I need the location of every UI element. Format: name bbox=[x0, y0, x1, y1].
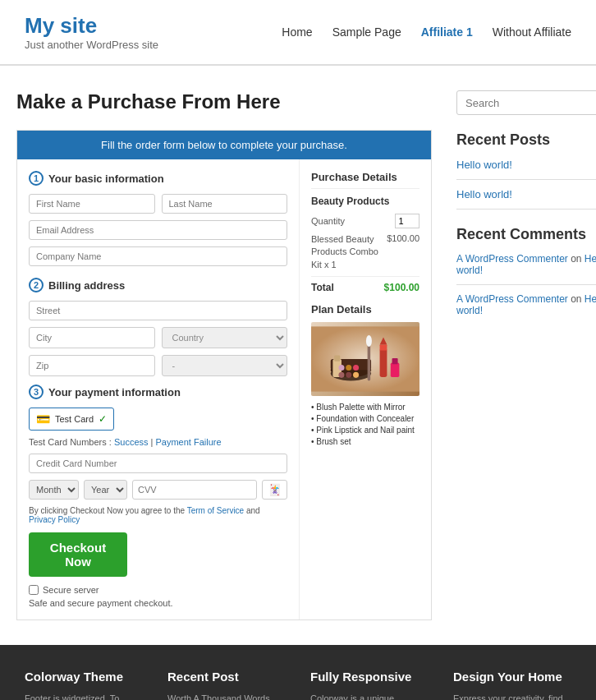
state-select[interactable]: - bbox=[162, 355, 288, 376]
section3-num: 3 bbox=[29, 385, 44, 399]
product-row: Blessed Beauty Products Combo Kit x 1 $1… bbox=[311, 233, 419, 271]
form-body: 1 Your basic information 2 Billing addre… bbox=[17, 159, 431, 619]
svg-point-17 bbox=[346, 372, 351, 378]
nav-sample[interactable]: Sample Page bbox=[332, 25, 401, 39]
payment-section: 3 Your payment information 💳 Test Card ✓… bbox=[29, 385, 287, 608]
failure-link[interactable]: Payment Failure bbox=[156, 437, 222, 447]
qty-label: Quantity bbox=[311, 216, 345, 226]
svg-point-14 bbox=[346, 365, 351, 371]
total-price: $100.00 bbox=[384, 282, 419, 293]
svg-point-18 bbox=[353, 372, 359, 378]
section2-num: 2 bbox=[29, 278, 44, 292]
sidebar: 🔍 Recent Posts Hello world! Hello world!… bbox=[456, 90, 596, 620]
nav-without-affiliate[interactable]: Without Affiliate bbox=[493, 25, 571, 39]
section3-title: 3 Your payment information bbox=[29, 385, 287, 399]
expiry-row: Month Year 🃏 bbox=[29, 480, 287, 500]
test-card-label: Test Card bbox=[55, 414, 94, 424]
footer-widget-2: Fully Responsive Colorway is a unique re… bbox=[310, 670, 429, 700]
recent-posts-title: Recent Posts bbox=[456, 131, 596, 149]
content-area: Make a Purchase From Here Fill the order… bbox=[16, 90, 432, 620]
commenter-0-link[interactable]: A WordPress Commenter bbox=[456, 253, 568, 265]
comment-on-1: on bbox=[571, 293, 585, 305]
svg-rect-7 bbox=[391, 363, 400, 378]
privacy-policy-link[interactable]: Privacy Policy bbox=[29, 515, 80, 524]
total-row: Total $100.00 bbox=[311, 276, 419, 293]
footer-widget-0-title: Colorway Theme bbox=[25, 670, 143, 684]
terms-and: and bbox=[246, 506, 260, 515]
recent-post-0[interactable]: Hello world! bbox=[456, 159, 596, 171]
svg-rect-4 bbox=[380, 348, 387, 377]
last-name-input[interactable] bbox=[162, 194, 288, 214]
secure-label: Secure server bbox=[43, 585, 99, 595]
footer-widget-3-text: Express your creativity, find inspiratio… bbox=[453, 692, 571, 700]
svg-rect-9 bbox=[368, 341, 371, 380]
test-card-numbers: Test Card Numbers : Success | Payment Fa… bbox=[29, 437, 287, 447]
recent-post-1[interactable]: Hello world! bbox=[456, 188, 596, 200]
plan-section: Plan Details bbox=[311, 303, 419, 446]
search-input[interactable] bbox=[465, 97, 596, 109]
product-price: $100.00 bbox=[387, 233, 419, 271]
form-right: Purchase Details Beauty Products Quantit… bbox=[300, 159, 431, 619]
divider1 bbox=[456, 179, 596, 180]
secure-checkbox[interactable] bbox=[29, 585, 39, 595]
card-back-icon: 🃏 bbox=[262, 480, 287, 500]
search-box: 🔍 bbox=[456, 90, 596, 115]
form-header: Fill the order form below to complete yo… bbox=[17, 131, 431, 159]
comment-item-1: A WordPress Commenter on Hello world! bbox=[456, 293, 596, 316]
footer-widgets: Colorway Theme Footer is widgetized. To … bbox=[0, 645, 596, 700]
nav-home[interactable]: Home bbox=[282, 25, 312, 39]
product-item-label: Blessed Beauty Products Combo Kit x 1 bbox=[311, 233, 385, 271]
footer-widget-2-text: Colorway is a unique responsive WordPres… bbox=[310, 692, 429, 700]
qty-input[interactable] bbox=[395, 214, 419, 228]
email-input[interactable] bbox=[29, 220, 287, 240]
svg-rect-12 bbox=[334, 356, 340, 362]
recent-comments-title: Recent Comments bbox=[456, 226, 596, 243]
plan-item-2: Pink Lipstick and Nail paint bbox=[311, 426, 419, 435]
site-header: My site Just another WordPress site Home… bbox=[0, 0, 596, 65]
divider2 bbox=[456, 209, 596, 210]
safe-text: Safe and secure payment checkout. bbox=[29, 598, 287, 608]
first-name-input[interactable] bbox=[29, 194, 155, 214]
cc-input-row bbox=[29, 454, 287, 473]
section3-label: Your payment information bbox=[48, 386, 181, 398]
site-tagline: Just another WordPress site bbox=[25, 39, 158, 51]
footer-widget-1-title: Recent Post bbox=[167, 670, 286, 684]
section1-label: Your basic information bbox=[48, 173, 164, 185]
footer-widget-3: Design Your Home Express your creativity… bbox=[453, 670, 571, 700]
checkout-button[interactable]: Checkout Now bbox=[29, 532, 127, 577]
cc-number-input[interactable] bbox=[29, 454, 287, 473]
city-input[interactable] bbox=[29, 327, 155, 348]
secure-row: Secure server bbox=[29, 585, 287, 595]
plan-item-3: Brush set bbox=[311, 437, 419, 446]
zip-input[interactable] bbox=[29, 355, 155, 376]
svg-point-15 bbox=[353, 365, 359, 371]
plan-title: Plan Details bbox=[311, 303, 419, 315]
commenter-1-link[interactable]: A WordPress Commenter bbox=[456, 293, 568, 305]
cvv-input[interactable] bbox=[132, 480, 257, 500]
city-country-row: Country bbox=[29, 327, 287, 348]
plan-items: Blush Palette with Mirror Foundation wit… bbox=[311, 403, 419, 446]
main-content: Make a Purchase From Here Fill the order… bbox=[0, 66, 596, 645]
year-select[interactable]: Year bbox=[84, 480, 127, 500]
terms-of-service-link[interactable]: Term of Service bbox=[187, 506, 244, 515]
order-form-container: Fill the order form below to complete yo… bbox=[16, 130, 432, 620]
total-label: Total bbox=[311, 282, 334, 293]
month-select[interactable]: Month bbox=[29, 480, 79, 500]
footer-widget-1: Recent Post Worth A Thousand Words Categ… bbox=[167, 670, 286, 700]
comment-on-0: on bbox=[571, 253, 585, 265]
country-select[interactable]: Country bbox=[162, 327, 288, 348]
footer-widget-0-text: Footer is widgetized. To setup the foote… bbox=[25, 692, 143, 700]
footer-widget-0: Colorway Theme Footer is widgetized. To … bbox=[25, 670, 143, 700]
footer-post-link-1[interactable]: Worth A Thousand Words bbox=[167, 692, 286, 700]
card-icon: 💳 bbox=[36, 412, 50, 426]
svg-point-13 bbox=[338, 365, 344, 371]
street-input[interactable] bbox=[29, 301, 287, 320]
nav-affiliate1[interactable]: Affiliate 1 bbox=[421, 25, 473, 39]
plan-item-0: Blush Palette with Mirror bbox=[311, 403, 419, 412]
success-link[interactable]: Success bbox=[114, 437, 149, 447]
section1-title: 1 Your basic information bbox=[29, 171, 287, 186]
company-input[interactable] bbox=[29, 246, 287, 266]
footer-widget-3-title: Design Your Home bbox=[453, 670, 571, 684]
site-title: My site Just another WordPress site bbox=[25, 13, 158, 51]
section2-title: 2 Billing address bbox=[29, 278, 287, 292]
